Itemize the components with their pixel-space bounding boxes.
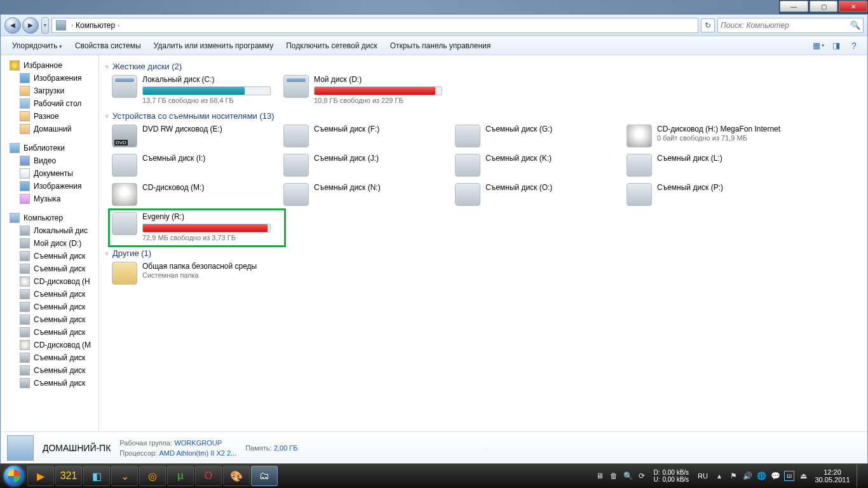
sidebar-drive-item[interactable]: Съемный диск <box>1 313 98 326</box>
collapse-icon: ▿ <box>105 113 109 119</box>
tray-overflow-icon[interactable]: ▴ <box>714 471 724 481</box>
removable-drive-item[interactable]: Съемный диск (K:) <box>455 154 614 177</box>
tray-recycle-icon[interactable]: 🗑 <box>609 471 619 481</box>
sidebar-item-images[interactable]: Изображения <box>1 72 98 85</box>
navigation-pane[interactable]: Избранное Изображения Загрузки Рабочий с… <box>1 55 99 431</box>
net-monitor[interactable]: D:0,00 kB/s U:0,00 kB/s <box>653 469 689 483</box>
refresh-button[interactable]: ↻ <box>701 18 715 32</box>
taskbar-app-aimp[interactable]: ◎ <box>139 466 166 486</box>
sidebar-drive-item[interactable]: Съемный диск <box>1 262 98 275</box>
breadcrumb[interactable]: › Компьютер › <box>51 18 698 33</box>
sidebar-drive-item[interactable]: Съемный диск <box>1 250 98 262</box>
favorites-label: Избранное <box>24 61 62 70</box>
removable-drive-item[interactable]: Съемный диск (G:) <box>455 125 614 147</box>
breadcrumb-root[interactable]: Компьютер <box>76 21 115 30</box>
start-button[interactable] <box>1 464 27 488</box>
removable-drive-item[interactable]: Съемный диск (F:) <box>283 125 442 147</box>
history-dropdown[interactable]: ▾ <box>41 17 49 34</box>
sidebar-item-video[interactable]: Видео <box>1 154 98 167</box>
sidebar-drive-item[interactable]: Съемный диск <box>1 326 98 339</box>
sidebar-item-misc[interactable]: Разное <box>1 110 98 123</box>
sidebar-item-downloads[interactable]: Загрузки <box>1 85 98 97</box>
taskbar-app-opera[interactable]: O <box>195 466 222 486</box>
sidebar-item-desktop[interactable]: Рабочий стол <box>1 97 98 110</box>
sidebar-item-home[interactable]: Домашний <box>1 123 98 135</box>
clock[interactable]: 12:20 30.05.2011 <box>812 468 853 484</box>
hard-drive-item[interactable]: Мой диск (D:)10,8 ГБ свободно из 229 ГБ <box>283 75 442 105</box>
content-view[interactable]: ▿Жесткие диски (2) Локальный диск (C:)13… <box>99 55 867 431</box>
sidebar-drive-item[interactable]: Мой диск (D:) <box>1 237 98 250</box>
uninstall-program-cmd[interactable]: Удалить или изменить программу <box>147 39 280 53</box>
taskbar-app-mpc[interactable]: 321 <box>55 466 82 486</box>
taskbar-app-paint[interactable]: 🎨 <box>223 466 250 486</box>
tray-lang-icon[interactable]: Ш <box>784 471 794 481</box>
close-button[interactable]: ✕ <box>839 1 867 12</box>
control-panel-cmd[interactable]: Открыть панель управления <box>384 39 498 53</box>
sidebar-item-label: Съемный диск <box>34 290 85 299</box>
group-header-removable[interactable]: ▿Устройства со съемными носителями (13) <box>105 111 861 121</box>
tray-network-icon[interactable]: 🌐 <box>756 471 766 481</box>
help-button[interactable]: ? <box>846 39 862 53</box>
search-icon[interactable]: 🔍 <box>850 20 860 30</box>
sidebar-item-music[interactable]: Музыка <box>1 193 98 205</box>
tray-balloon-icon[interactable]: 💬 <box>770 471 780 481</box>
removable-drive-item[interactable]: CD-дисковод (M:) <box>112 183 271 206</box>
tray-flag-icon[interactable]: ⚑ <box>728 471 738 481</box>
sidebar-drive-item[interactable]: Съемный диск <box>1 364 98 377</box>
sidebar-drive-item[interactable]: Съемный диск <box>1 377 98 390</box>
tray-monitor-icon[interactable]: 🖥 <box>595 471 605 481</box>
taskbar-app-media[interactable]: ▶ <box>27 466 54 486</box>
removable-drive-item[interactable]: Съемный диск (L:) <box>627 154 785 177</box>
taskbar[interactable]: ▶ 321 ◧ ⌄ ◎ µ O 🎨 🗂 🖥 🗑 🔍 ⟳ D:0,00 kB/s … <box>0 464 868 488</box>
sidebar-drive-item[interactable]: Съемный диск <box>1 351 98 364</box>
libraries-header[interactable]: Библиотеки <box>1 142 98 154</box>
minimize-button[interactable]: — <box>780 1 808 12</box>
tray-update-icon[interactable]: ⟳ <box>637 471 647 481</box>
show-desktop-button[interactable] <box>857 464 863 487</box>
maximize-button[interactable]: ▢ <box>810 1 838 12</box>
memory-label: Память: <box>245 444 271 452</box>
sidebar-item-documents[interactable]: Документы <box>1 167 98 180</box>
hard-drive-item[interactable]: Локальный диск (C:)13,7 ГБ свободно из 6… <box>112 75 271 105</box>
net-d-label: D: <box>653 469 660 476</box>
sidebar-drive-item[interactable]: Съемный диск <box>1 288 98 301</box>
search-box[interactable]: 🔍 <box>717 18 864 33</box>
details-pane: ДОМАШНИЙ-ПК Рабочая группа: WORKGROUP Пр… <box>1 431 867 463</box>
view-mode-button[interactable]: ▦ <box>810 39 827 53</box>
sidebar-drive-item[interactable]: CD-дисковод (M <box>1 339 98 351</box>
taskbar-app-video[interactable]: ◧ <box>83 466 110 486</box>
taskbar-app-utorrent[interactable]: µ <box>167 466 194 486</box>
group-header-other[interactable]: ▿Другие (1) <box>105 248 861 258</box>
removable-drive-item[interactable]: Съемный диск (I:) <box>112 154 271 177</box>
tray-safe-remove-icon[interactable]: ⏏ <box>798 471 808 481</box>
removable-drive-item[interactable]: CD-дисковод (H:) MegaFon Internet0 байт … <box>627 125 785 147</box>
removable-drive-item[interactable]: Съемный диск (P:) <box>627 183 785 206</box>
breadcrumb-sep-2[interactable]: › <box>118 22 119 29</box>
removable-drive-item[interactable]: Съемный диск (N:) <box>283 183 442 206</box>
preview-pane-button[interactable]: ◨ <box>828 39 844 53</box>
sidebar-item-pictures[interactable]: Изображения <box>1 180 98 193</box>
forward-button[interactable]: ► <box>22 17 39 34</box>
system-properties-cmd[interactable]: Свойства системы <box>69 39 147 53</box>
taskbar-app-explorer[interactable]: 🗂 <box>251 466 278 486</box>
language-indicator[interactable]: RU <box>695 472 710 480</box>
favorites-header[interactable]: Избранное <box>1 59 98 72</box>
back-button[interactable]: ◄ <box>4 17 21 34</box>
removable-drive-item[interactable]: DVDDVD RW дисковод (E:) <box>112 125 271 147</box>
organize-menu[interactable]: Упорядочить <box>6 39 69 53</box>
tray-volume-icon[interactable]: 🔊 <box>742 471 752 481</box>
group-header-hdd[interactable]: ▿Жесткие диски (2) <box>105 62 861 71</box>
tray-search-icon[interactable]: 🔍 <box>623 471 633 481</box>
taskbar-app-downloader[interactable]: ⌄ <box>111 466 138 486</box>
sidebar-drive-item[interactable]: CD-дисковод (H <box>1 275 98 288</box>
sidebar-drive-item[interactable]: Локальный дис <box>1 224 98 237</box>
computer-header[interactable]: Компьютер <box>1 212 98 224</box>
sidebar-drive-item[interactable]: Съемный диск <box>1 301 98 313</box>
removable-drive-item[interactable]: Evgeniy (R:)72,9 МБ свободно из 3,73 ГБ <box>112 212 271 242</box>
removable-drive-item[interactable]: Съемный диск (O:) <box>455 183 614 206</box>
map-drive-cmd[interactable]: Подключить сетевой диск <box>280 39 383 53</box>
search-input[interactable] <box>721 21 850 30</box>
removable-drive-item[interactable]: Съемный диск (J:) <box>283 154 442 177</box>
system-tray[interactable]: 🖥 🗑 🔍 ⟳ D:0,00 kB/s U:0,00 kB/s RU ▴ ⚑ 🔊… <box>591 464 867 487</box>
other-folder-item[interactable]: Общая папка безопасной среды Системная п… <box>112 262 271 285</box>
